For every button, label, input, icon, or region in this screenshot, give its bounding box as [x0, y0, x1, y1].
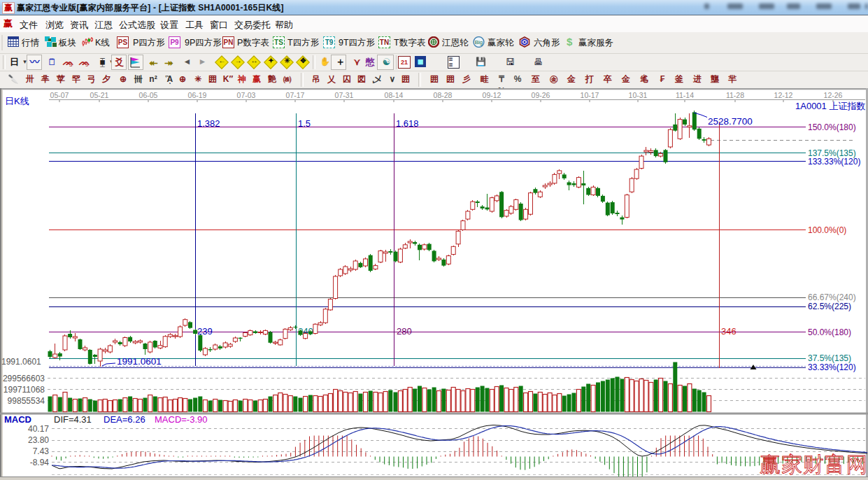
- svg-text:239: 239: [197, 326, 213, 337]
- svg-text:33.33%(120): 33.33%(120): [808, 362, 856, 372]
- svg-text:10-31: 10-31: [629, 91, 648, 99]
- svg-text:66.67%(240): 66.67%(240): [808, 292, 856, 302]
- svg-text:11-28: 11-28: [726, 91, 744, 99]
- svg-text:07-03: 07-03: [237, 91, 256, 99]
- svg-text:1.5: 1.5: [298, 118, 311, 129]
- svg-text:199711068: 199711068: [3, 385, 45, 395]
- svg-text:50.0%(180): 50.0%(180): [808, 327, 851, 337]
- svg-text:299566603: 299566603: [3, 374, 45, 383]
- svg-text:99855534: 99855534: [8, 396, 45, 406]
- svg-text:07-17: 07-17: [286, 91, 305, 99]
- svg-text:MACD=-3.90: MACD=-3.90: [155, 414, 208, 425]
- svg-text:06-19: 06-19: [188, 91, 207, 99]
- svg-text:DIF=4.31: DIF=4.31: [54, 414, 92, 425]
- svg-text:09-26: 09-26: [532, 91, 550, 99]
- svg-text:08-28: 08-28: [434, 91, 453, 99]
- svg-text:2528.7700: 2528.7700: [708, 116, 753, 127]
- svg-text:赢家财富网: 赢家财富网: [760, 453, 868, 476]
- svg-text:日K线: 日K线: [5, 96, 29, 106]
- svg-text:11-14: 11-14: [676, 91, 694, 99]
- svg-text:MACD: MACD: [4, 414, 31, 425]
- svg-text:1991.0601: 1991.0601: [117, 356, 162, 367]
- svg-text:Big: Big: [475, 39, 483, 45]
- svg-text:08-14: 08-14: [385, 91, 404, 99]
- svg-text:09-12: 09-12: [483, 91, 501, 99]
- svg-text:346: 346: [721, 326, 737, 337]
- svg-text:1A0001 上证指数: 1A0001 上证指数: [795, 101, 865, 111]
- svg-text:06-05: 06-05: [139, 91, 158, 99]
- svg-text:-8.94: -8.94: [30, 458, 50, 467]
- svg-text:7.43: 7.43: [33, 446, 50, 456]
- svg-text:40.17: 40.17: [28, 424, 49, 434]
- svg-text:23.80: 23.80: [28, 435, 49, 445]
- svg-text:12-12: 12-12: [774, 91, 793, 99]
- svg-text:133.33%(120): 133.33%(120): [808, 157, 860, 167]
- svg-text:12-26: 12-26: [824, 91, 843, 99]
- svg-text:280: 280: [397, 326, 412, 337]
- svg-text:1.382: 1.382: [197, 118, 220, 129]
- svg-text:62.5%(225): 62.5%(225): [808, 302, 851, 311]
- svg-text:1.618: 1.618: [396, 118, 419, 129]
- svg-text:100.0%(0): 100.0%(0): [808, 225, 846, 235]
- svg-text:DEA=6.26: DEA=6.26: [104, 414, 145, 425]
- svg-text:10-17: 10-17: [581, 91, 599, 99]
- svg-text:1991.0601: 1991.0601: [1, 357, 41, 367]
- svg-text:150.0%(180): 150.0%(180): [808, 122, 856, 132]
- svg-text:05-07: 05-07: [50, 91, 69, 99]
- svg-text:05-21: 05-21: [90, 91, 109, 99]
- svg-text:07-31: 07-31: [335, 91, 354, 99]
